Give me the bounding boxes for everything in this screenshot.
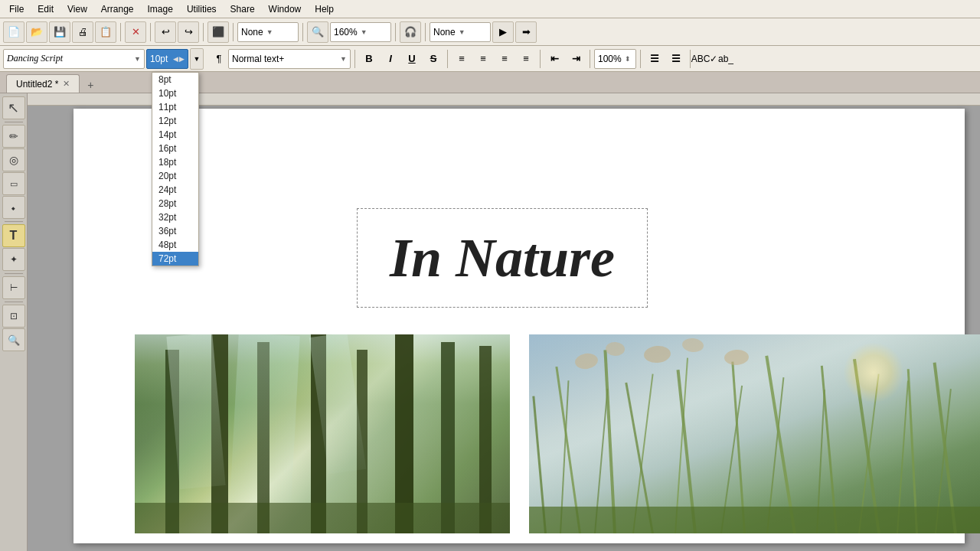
text-content: In Nature: [390, 227, 615, 290]
size-dec[interactable]: ◀: [173, 55, 178, 63]
style-select[interactable]: Normal text+ ▼: [228, 49, 351, 69]
style-label: Normal text+: [232, 54, 284, 64]
size-option-14pt[interactable]: 14pt: [152, 128, 198, 142]
menu-view[interactable]: View: [61, 2, 93, 16]
sep5: [302, 23, 303, 41]
zoom-arrow: ▼: [361, 28, 368, 36]
menu-arrange[interactable]: Arrange: [95, 2, 140, 16]
menu-utilities[interactable]: Utilities: [181, 2, 223, 16]
zoom-tool[interactable]: 🔍: [2, 328, 25, 351]
size-option-10pt[interactable]: 10pt: [152, 86, 198, 100]
wrap2-btn[interactable]: ▶: [492, 21, 514, 43]
audio-button[interactable]: 🎧: [400, 21, 421, 43]
main-area: ↖ ✏ ◎ ▭ ⬥ T ✦ ⊢ ⊡ 🔍 In Nature: [0, 93, 980, 551]
pencil-tool[interactable]: ✏: [2, 125, 25, 148]
size-option-8pt[interactable]: 8pt: [152, 73, 198, 86]
copy-button[interactable]: 📋: [95, 21, 116, 43]
spray-tool[interactable]: ✦: [2, 248, 25, 271]
sep8: [354, 50, 355, 68]
align-center-button[interactable]: ≡: [473, 49, 493, 69]
tool-sep3: [5, 273, 23, 274]
outdent-button[interactable]: ⇤: [544, 49, 564, 69]
numbered-button[interactable]: ☰: [666, 49, 686, 69]
size-option-24pt[interactable]: 24pt: [152, 183, 198, 197]
size-option-28pt[interactable]: 28pt: [152, 197, 198, 210]
redo-button[interactable]: ↪: [178, 21, 199, 43]
size-option-36pt[interactable]: 36pt: [152, 224, 198, 238]
size-option-32pt[interactable]: 32pt: [152, 210, 198, 224]
font-size: 10pt: [150, 54, 168, 64]
menu-edit[interactable]: Edit: [31, 2, 60, 16]
fill-tool[interactable]: ⬥: [2, 196, 25, 219]
zoom-select[interactable]: 160% ▼: [330, 22, 391, 42]
style-icon: ¶: [211, 48, 227, 70]
bullets-button[interactable]: ☰: [645, 49, 665, 69]
sep11: [590, 50, 590, 68]
size-option-16pt[interactable]: 16pt: [152, 142, 198, 155]
grass-image[interactable]: [529, 334, 980, 533]
undo-button[interactable]: ↩: [155, 21, 176, 43]
sep10: [540, 50, 541, 68]
crop-tool[interactable]: ⊡: [2, 305, 25, 328]
zoom-fit-button[interactable]: 🔍: [307, 21, 328, 43]
new-button[interactable]: 📄: [3, 21, 24, 43]
menu-share[interactable]: Share: [224, 2, 261, 16]
wrap-arrow: ▼: [266, 28, 273, 36]
eraser-tool[interactable]: ▭: [2, 172, 25, 195]
autocorrect-button[interactable]: ab_: [716, 49, 736, 69]
sep6: [395, 23, 396, 41]
font-select[interactable]: Dancing Script ▼: [3, 49, 145, 69]
tab-label: Untitled2 *: [16, 79, 58, 90]
align-right-button[interactable]: ≡: [495, 49, 514, 69]
menu-file[interactable]: File: [3, 2, 30, 16]
tab-untitled2[interactable]: Untitled2 * ✕: [6, 74, 80, 93]
size-option-12pt[interactable]: 12pt: [152, 114, 198, 128]
menu-image[interactable]: Image: [142, 2, 179, 16]
menu-window[interactable]: Window: [263, 2, 308, 16]
wrap2-select[interactable]: None ▼: [430, 22, 491, 42]
delete-button[interactable]: ✕: [125, 21, 146, 43]
sep9: [447, 50, 448, 68]
strikethrough-button[interactable]: S: [423, 49, 443, 69]
font-arrow: ▼: [134, 55, 141, 63]
indent-button[interactable]: ⇥: [566, 49, 586, 69]
size-inc[interactable]: ▶: [179, 55, 185, 63]
zoom-format-select[interactable]: 100% ⬍: [594, 49, 636, 69]
size-dropdown-btn[interactable]: ▼: [190, 48, 204, 70]
italic-button[interactable]: I: [381, 49, 400, 69]
size-option-48pt[interactable]: 48pt: [152, 238, 198, 252]
open-button[interactable]: 📂: [26, 21, 47, 43]
toolbar1: 📄 📂 💾 🖨 📋 ✕ ↩ ↪ ⬛ None ▼ 🔍 160% ▼ 🎧 None…: [0, 18, 980, 46]
arrow-button[interactable]: ➡: [515, 21, 537, 43]
underline-button[interactable]: U: [402, 49, 422, 69]
shapes-tool[interactable]: ◎: [2, 148, 25, 171]
size-select[interactable]: 10pt ◀ ▶: [146, 49, 188, 69]
font-size-dropdown[interactable]: 8pt 10pt 11pt 12pt 14pt 16pt 18pt 20pt 2…: [152, 72, 199, 266]
align-left-button[interactable]: ≡: [452, 49, 472, 69]
align-justify-button[interactable]: ≡: [516, 49, 536, 69]
menu-help[interactable]: Help: [309, 2, 340, 16]
wrap-label: None: [241, 27, 263, 37]
forest-image[interactable]: [135, 334, 510, 533]
menubar: File Edit View Arrange Image Utilities S…: [0, 0, 980, 18]
size-option-20pt[interactable]: 20pt: [152, 169, 198, 183]
tab-close-button[interactable]: ✕: [63, 79, 70, 89]
select-tool[interactable]: ↖: [2, 96, 25, 119]
zoom-value: 160%: [334, 27, 358, 37]
transform-button[interactable]: ⬛: [207, 21, 229, 43]
connector-tool[interactable]: ⊢: [2, 276, 25, 299]
wrap-select[interactable]: None ▼: [237, 22, 299, 42]
size-option-11pt[interactable]: 11pt: [152, 100, 198, 114]
tab-add-button[interactable]: +: [83, 77, 98, 93]
tool-sep4: [5, 302, 23, 302]
text-box[interactable]: In Nature: [357, 208, 648, 308]
print-button[interactable]: 🖨: [72, 21, 93, 43]
text-tool[interactable]: T: [2, 224, 25, 247]
sep1: [120, 23, 121, 41]
size-option-72pt[interactable]: 72pt: [152, 252, 198, 266]
spell-check-button[interactable]: ABC✓: [694, 49, 714, 69]
save-button[interactable]: 💾: [49, 21, 70, 43]
size-option-18pt[interactable]: 18pt: [152, 155, 198, 169]
sep7: [425, 23, 426, 41]
bold-button[interactable]: B: [359, 49, 379, 69]
